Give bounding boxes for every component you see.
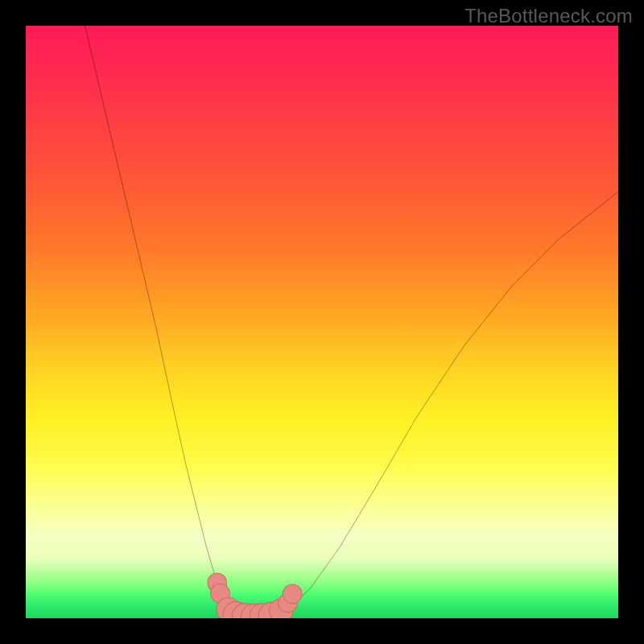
plot-area — [26, 26, 618, 618]
left-curve-path — [85, 26, 233, 611]
data-marker — [283, 584, 302, 604]
outer-frame: TheBottleneck.com — [0, 0, 644, 644]
chart-svg — [26, 26, 618, 618]
data-markers — [208, 573, 302, 618]
right-curve-path — [287, 192, 618, 610]
watermark-text: TheBottleneck.com — [464, 5, 633, 27]
